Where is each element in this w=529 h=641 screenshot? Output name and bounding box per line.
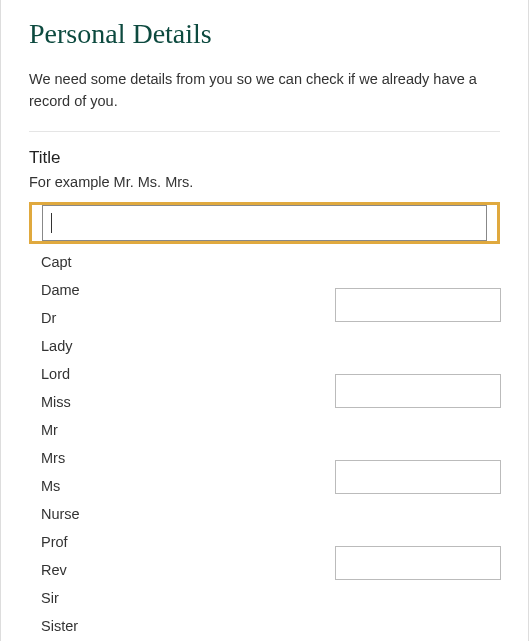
obscured-input[interactable] bbox=[335, 460, 501, 494]
title-option[interactable]: Rev bbox=[31, 556, 331, 584]
title-field-label: Title bbox=[29, 148, 500, 168]
title-input-wrap: CaptDameDrLadyLordMissMrMrsMsNurseProfRe… bbox=[29, 202, 500, 244]
title-option[interactable]: Mr bbox=[31, 416, 331, 444]
title-option[interactable]: Ms bbox=[31, 472, 331, 500]
obscured-input[interactable] bbox=[335, 546, 501, 580]
text-caret bbox=[51, 213, 52, 233]
title-option[interactable]: Sir bbox=[31, 584, 331, 612]
obscured-input[interactable] bbox=[335, 288, 501, 322]
intro-text: We need some details from you so we can … bbox=[29, 68, 500, 113]
title-option[interactable]: Dr bbox=[31, 304, 331, 332]
title-input[interactable] bbox=[29, 202, 500, 244]
form-inner: Personal Details We need some details fr… bbox=[1, 0, 528, 244]
title-field-hint: For example Mr. Ms. Mrs. bbox=[29, 174, 500, 190]
title-option[interactable]: Miss bbox=[31, 388, 331, 416]
title-input-inner bbox=[42, 205, 487, 241]
title-option[interactable]: Lord bbox=[31, 360, 331, 388]
page-title: Personal Details bbox=[29, 18, 500, 50]
title-option[interactable]: Capt bbox=[31, 248, 331, 276]
title-option[interactable]: Mrs bbox=[31, 444, 331, 472]
title-option[interactable]: Lady bbox=[31, 332, 331, 360]
title-option[interactable]: Sister bbox=[31, 612, 331, 640]
title-option[interactable]: Dame bbox=[31, 276, 331, 304]
form-container: Personal Details We need some details fr… bbox=[0, 0, 529, 641]
title-option[interactable]: Nurse bbox=[31, 500, 331, 528]
obscured-input[interactable] bbox=[335, 374, 501, 408]
title-autocomplete-list: CaptDameDrLadyLordMissMrMrsMsNurseProfRe… bbox=[31, 244, 331, 641]
section-divider bbox=[29, 131, 500, 132]
title-option[interactable]: Prof bbox=[31, 528, 331, 556]
